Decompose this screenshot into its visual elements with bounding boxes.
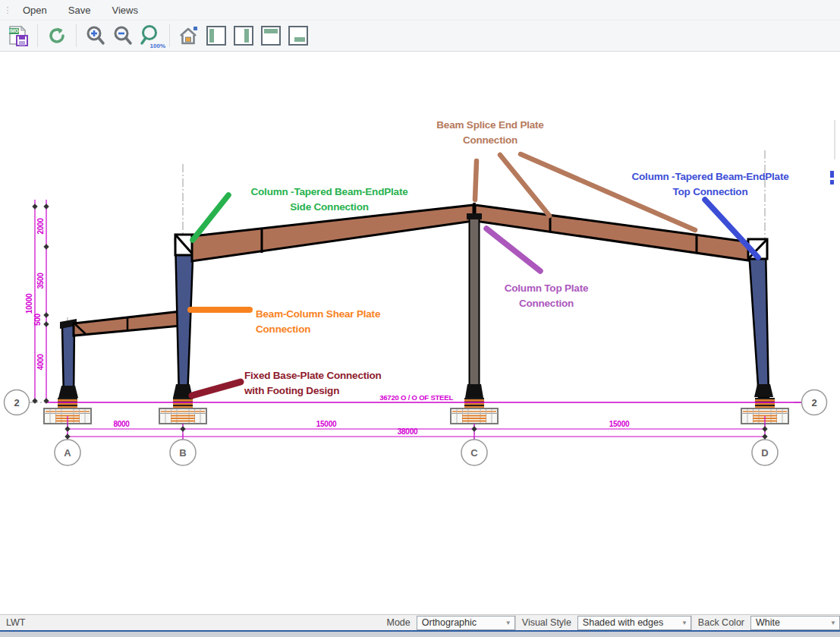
annotation-shear-plate: Beam-Column Shear Plate Connection bbox=[256, 307, 380, 337]
chevron-down-icon: ▼ bbox=[505, 620, 511, 626]
grid-bubble-b: B bbox=[179, 447, 186, 459]
dim-v-overall: 10000 bbox=[25, 293, 33, 314]
leader-base-plate bbox=[192, 382, 241, 396]
annotation-base-plate: Fixed Base-Plate Connection with Footing… bbox=[244, 368, 382, 399]
refresh-icon bbox=[46, 25, 68, 46]
view-right-pane-icon bbox=[233, 25, 254, 46]
annotation-column-top-plate: Column Top Plate Connection bbox=[486, 281, 607, 311]
back-color-label: Back Color bbox=[692, 617, 750, 628]
annotation-top-connection: Column -Tapered Beam-EndPlate Top Connec… bbox=[615, 169, 805, 200]
back-color-dropdown[interactable]: White▼ bbox=[750, 616, 840, 630]
column-c-cap bbox=[467, 213, 482, 219]
visual-style-dropdown[interactable]: Shaded with edges▼ bbox=[577, 616, 691, 630]
section-bubble-right: 2 bbox=[811, 397, 816, 408]
toolbar-separator bbox=[76, 24, 77, 47]
save-image-button[interactable]: IMG bbox=[5, 22, 32, 49]
annotation-side-connection: Column -Tapered Beam-EndPlate Side Conne… bbox=[234, 184, 424, 215]
annotation-beam-splice: Beam Splice End Plate Connection bbox=[407, 118, 574, 148]
chevron-down-icon: ▼ bbox=[830, 620, 836, 626]
leader-beam-splice-1 bbox=[475, 161, 477, 200]
toolbar-separator bbox=[37, 24, 38, 47]
menu-save[interactable]: Save bbox=[58, 2, 102, 18]
zoom-out-button[interactable] bbox=[109, 22, 137, 49]
ticker-strip: me at least time performing load analysi… bbox=[0, 630, 840, 637]
column-c-base bbox=[465, 384, 483, 398]
grid-bubbles: A B C D bbox=[55, 440, 778, 465]
toolbar-separator bbox=[169, 24, 170, 47]
mode-label: Mode bbox=[380, 617, 416, 628]
menu-bar: ⋮ Open Save Views bbox=[0, 0, 840, 20]
grid-bubble-d: D bbox=[761, 447, 768, 459]
baseline-note: 36720 O / O OF STEEL bbox=[379, 393, 453, 402]
dim-v1: 2000 bbox=[36, 218, 45, 235]
clipped-text-mark bbox=[830, 171, 834, 184]
column-b bbox=[175, 239, 193, 399]
dim-v4: 4000 bbox=[36, 354, 45, 371]
svg-text:IMG: IMG bbox=[9, 28, 18, 33]
dim-v3: 500 bbox=[33, 313, 42, 326]
zoom-in-button[interactable] bbox=[82, 22, 109, 49]
column-d bbox=[749, 248, 769, 397]
zoom-in-icon bbox=[84, 24, 107, 47]
mode-dropdown[interactable]: Orthographic▼ bbox=[417, 616, 515, 630]
view-right-pane-button[interactable] bbox=[230, 22, 257, 49]
menu-views[interactable]: Views bbox=[101, 2, 148, 18]
view-top-pane-icon bbox=[260, 25, 282, 46]
view-bottom-pane-icon bbox=[288, 25, 309, 46]
toolbar: IMG 100% bbox=[0, 20, 840, 52]
zoom-level-label: 100% bbox=[150, 43, 165, 49]
view-left-pane-button[interactable] bbox=[203, 22, 230, 49]
dim-v2: 3500 bbox=[36, 273, 45, 289]
section-bubble-left: 2 bbox=[14, 397, 19, 408]
save-image-icon: IMG bbox=[6, 24, 30, 48]
visual-style-label: Visual Style bbox=[516, 617, 577, 628]
view-top-pane-button[interactable] bbox=[257, 22, 285, 49]
chevron-down-icon: ▼ bbox=[681, 620, 687, 626]
home-icon bbox=[178, 24, 200, 47]
zoom-100-button[interactable]: 100% bbox=[137, 22, 164, 49]
dim-cd: 15000 bbox=[609, 420, 630, 428]
refresh-button[interactable] bbox=[43, 22, 71, 49]
zoom-out-icon bbox=[112, 24, 134, 47]
toolbar-grip-icon: ⋮ bbox=[3, 5, 12, 15]
dim-ab: 8000 bbox=[113, 420, 130, 428]
dim-bc: 15000 bbox=[316, 420, 337, 428]
view-left-pane-icon bbox=[206, 25, 227, 46]
status-lwt: LWT bbox=[0, 617, 380, 628]
drawing-canvas[interactable]: 36720 O / O OF STEEL 8000 15000 15000 38… bbox=[0, 52, 840, 614]
home-view-button[interactable] bbox=[175, 22, 203, 49]
column-a-base bbox=[58, 386, 78, 398]
menu-open[interactable]: Open bbox=[12, 2, 58, 18]
column-d-base bbox=[754, 384, 773, 397]
leader-column-top-plate bbox=[486, 229, 540, 271]
grid-bubble-c: C bbox=[470, 447, 478, 459]
grid-bubble-a: A bbox=[64, 447, 71, 459]
view-bottom-pane-button[interactable] bbox=[285, 22, 312, 49]
status-bar: LWT Mode Orthographic▼ Visual Style Shad… bbox=[0, 614, 840, 630]
column-c bbox=[470, 216, 480, 399]
dim-overall: 38000 bbox=[398, 427, 418, 436]
